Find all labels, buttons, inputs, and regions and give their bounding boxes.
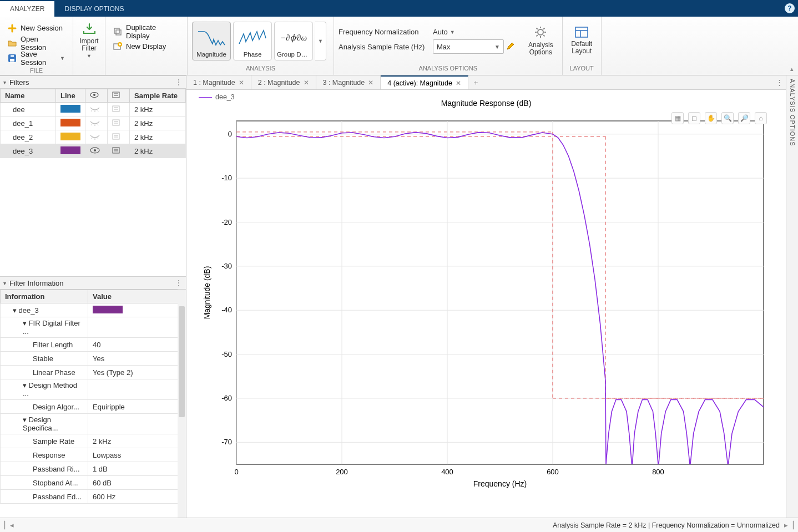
svg-text:0: 0 bbox=[234, 468, 238, 476]
table-row[interactable]: dee_32 kHz bbox=[1, 144, 186, 158]
col-information[interactable]: Information bbox=[1, 290, 88, 303]
eye-closed-icon bbox=[90, 133, 100, 140]
plot-pan-icon[interactable]: ✋ bbox=[705, 112, 717, 124]
filter-visibility-toggle[interactable] bbox=[85, 130, 108, 144]
table-row[interactable]: ▾ Design Specifica... bbox=[1, 414, 186, 434]
filter-visibility-toggle[interactable] bbox=[85, 116, 108, 130]
filter-color-swatch[interactable] bbox=[56, 103, 85, 116]
table-row[interactable]: dee2 kHz bbox=[1, 103, 186, 116]
edit-pencil-icon[interactable] bbox=[506, 42, 515, 52]
table-row[interactable]: Passband Ed...600 Hz bbox=[1, 490, 186, 504]
table-row[interactable]: Linear PhaseYes (Type 2) bbox=[1, 366, 186, 379]
document-tab[interactable]: 1 : Magnitude✕ bbox=[186, 75, 251, 89]
document-tab[interactable]: 4 (active): Magnitude✕ bbox=[381, 75, 468, 89]
analysis-options-sidebar[interactable]: ANALYSIS OPTIONS bbox=[786, 75, 798, 518]
status-collapse-right-icon[interactable]: ▸▕ bbox=[784, 521, 794, 529]
table-row[interactable]: Filter Length40 bbox=[1, 338, 186, 352]
save-session-button[interactable]: Save Session ▼ bbox=[4, 51, 68, 65]
duplicate-display-button[interactable]: Duplicate Display bbox=[110, 24, 183, 38]
close-icon[interactable]: ✕ bbox=[456, 79, 461, 87]
filter-visibility-toggle[interactable] bbox=[85, 144, 108, 158]
open-session-button[interactable]: Open Session bbox=[4, 36, 68, 50]
ribbon-collapse-button[interactable]: ▴ bbox=[787, 65, 797, 73]
plot-zoom-out-icon[interactable]: 🔎 bbox=[738, 112, 750, 124]
tab-analyzer[interactable]: ANALYZER bbox=[0, 0, 54, 17]
info-value: 40 bbox=[88, 338, 186, 352]
filter-legend-toggle[interactable] bbox=[108, 103, 130, 116]
filter-info-panel-menu[interactable]: ⋮ bbox=[175, 278, 183, 287]
table-row[interactable]: dee_12 kHz bbox=[1, 116, 186, 130]
status-collapse-left-icon[interactable]: ▏◂ bbox=[4, 521, 14, 529]
legend-icon bbox=[112, 133, 120, 140]
chevron-down-icon: ▼ bbox=[60, 55, 65, 61]
sample-rate-combo[interactable]: Max ▼ bbox=[433, 39, 504, 54]
filter-visibility-toggle[interactable] bbox=[85, 103, 108, 116]
filter-sample-rate: 2 kHz bbox=[130, 144, 186, 158]
table-row[interactable]: Sample Rate2 kHz bbox=[1, 434, 186, 448]
svg-rect-2 bbox=[11, 55, 14, 57]
col-legend[interactable] bbox=[108, 89, 130, 103]
svg-rect-47 bbox=[236, 121, 764, 464]
new-session-button[interactable]: New Session bbox=[4, 21, 68, 35]
save-session-label: Save Session bbox=[21, 50, 55, 67]
document-tab-label: 3 : Magnitude bbox=[323, 79, 365, 87]
freq-norm-value[interactable]: Auto bbox=[433, 28, 448, 36]
col-sample-rate[interactable]: Sample Rate bbox=[130, 89, 186, 103]
table-row[interactable]: ▾ Design Method ... bbox=[1, 379, 186, 400]
filter-color-swatch[interactable] bbox=[56, 130, 85, 144]
document-tab[interactable]: 3 : Magnitude✕ bbox=[316, 75, 381, 89]
import-filter-button[interactable]: ImportFilter ▼ bbox=[75, 21, 104, 60]
help-button[interactable]: ? bbox=[781, 0, 798, 17]
info-value: Yes (Type 2) bbox=[88, 366, 186, 379]
info-key: Sample Rate bbox=[1, 434, 88, 448]
plot-datatips-icon[interactable]: ◻ bbox=[688, 112, 700, 124]
doc-tabs-menu[interactable]: ⋮ bbox=[772, 75, 786, 89]
svg-text:400: 400 bbox=[441, 468, 453, 476]
add-display-tab-button[interactable]: ＋ bbox=[468, 75, 484, 89]
filter-legend-toggle[interactable] bbox=[108, 130, 130, 144]
svg-rect-44 bbox=[113, 148, 119, 153]
col-value[interactable]: Value bbox=[88, 290, 186, 303]
close-icon[interactable]: ✕ bbox=[304, 79, 309, 87]
table-row[interactable]: ResponseLowpass bbox=[1, 448, 186, 462]
table-row[interactable]: Stopband At...60 dB bbox=[1, 476, 186, 490]
table-row[interactable]: ▾ FIR Digital Filter ... bbox=[1, 317, 186, 338]
filter-info-panel-header[interactable]: ▾ Filter Information ⋮ bbox=[0, 276, 186, 290]
table-row[interactable]: dee_22 kHz bbox=[1, 130, 186, 144]
plot-home-icon[interactable]: ⌂ bbox=[755, 112, 767, 124]
legend-line-icon bbox=[199, 97, 212, 98]
analysis-phase-button[interactable]: Phase bbox=[233, 22, 272, 60]
filter-legend-toggle[interactable] bbox=[108, 144, 130, 158]
filter-legend-toggle[interactable] bbox=[108, 116, 130, 130]
new-display-button[interactable]: New Display bbox=[110, 39, 183, 53]
table-row[interactable]: StableYes bbox=[1, 352, 186, 366]
info-key: ▾ dee_3 bbox=[1, 303, 88, 317]
default-layout-button[interactable]: DefaultLayout bbox=[567, 25, 597, 57]
filters-panel-menu[interactable]: ⋮ bbox=[175, 78, 183, 87]
col-name[interactable]: Name bbox=[1, 89, 56, 103]
info-value bbox=[88, 317, 186, 338]
table-row[interactable]: Passband Ri...1 dB bbox=[1, 462, 186, 476]
filter-color-swatch[interactable] bbox=[56, 116, 85, 130]
analysis-magnitude-button[interactable]: Magnitude bbox=[192, 22, 231, 60]
col-line[interactable]: Line bbox=[56, 89, 85, 103]
plot-zoom-in-icon[interactable]: 🔍 bbox=[721, 112, 734, 124]
chevron-down-icon: ▼ bbox=[494, 44, 500, 50]
filters-panel-header[interactable]: ▾ Filters ⋮ bbox=[0, 75, 186, 89]
analysis-options-button[interactable]: AnalysisOptions bbox=[524, 24, 558, 58]
chevron-down-icon[interactable]: ▼ bbox=[450, 29, 455, 35]
table-row[interactable]: Design Algor...Equiripple bbox=[1, 400, 186, 414]
close-icon[interactable]: ✕ bbox=[239, 79, 244, 87]
document-tab[interactable]: 2 : Magnitude✕ bbox=[251, 75, 316, 89]
tab-display-options[interactable]: DISPLAY OPTIONS bbox=[54, 0, 134, 17]
table-row[interactable]: ▾ dee_3 bbox=[1, 303, 186, 317]
filter-color-swatch[interactable] bbox=[56, 144, 85, 158]
info-scrollbar[interactable] bbox=[178, 290, 186, 518]
analysis-gallery-expand[interactable]: ▼ bbox=[315, 22, 326, 60]
col-visible[interactable] bbox=[85, 89, 108, 103]
analysis-group-delay-button[interactable]: −∂ϕ⁄∂ω Group Del... bbox=[274, 22, 313, 60]
close-icon[interactable]: ✕ bbox=[368, 79, 373, 87]
chart-svg[interactable]: 02004006008000-10-20-30-40-50-60-70Frequ… bbox=[198, 110, 775, 492]
info-key: Passband Ri... bbox=[1, 462, 88, 476]
plot-brush-icon[interactable]: ▦ bbox=[671, 112, 684, 124]
